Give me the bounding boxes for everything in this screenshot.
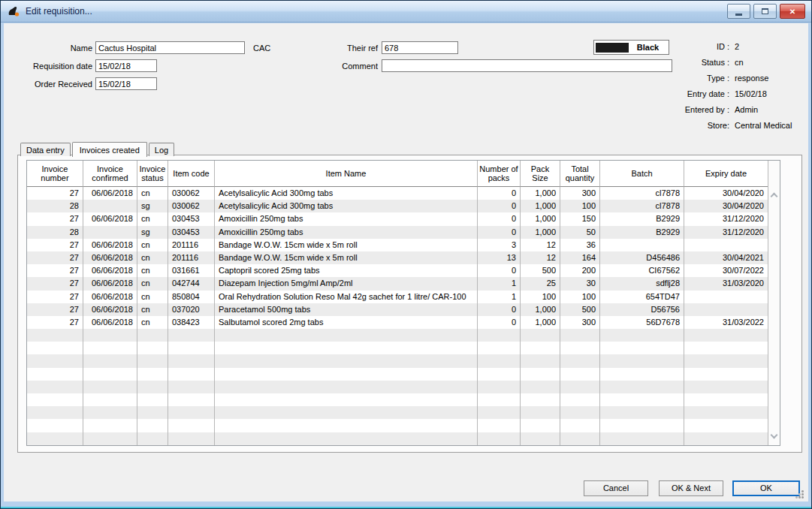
cell-item_code — [168, 406, 215, 419]
table-row[interactable]: 2706/06/2018cn850804Oral Rehydration Sol… — [27, 291, 780, 303]
cell-number_of_packs — [478, 381, 521, 393]
cell-invoice_number — [27, 381, 83, 393]
cell-total_quantity — [560, 329, 600, 342]
cell-total_quantity — [560, 381, 600, 393]
info-id-label: ID : — [641, 42, 729, 51]
table-row-empty — [27, 381, 780, 393]
cell-total_quantity — [560, 342, 600, 354]
table-row-empty — [27, 432, 780, 445]
cell-item_code: 850804 — [168, 291, 215, 303]
cell-item_code — [168, 393, 215, 406]
cell-invoice_status: cn — [137, 187, 168, 200]
cell-batch — [600, 354, 684, 367]
name-input[interactable] — [95, 41, 245, 54]
table-row[interactable]: 2706/06/2018cn030453Amoxicillin 250mg ta… — [27, 212, 780, 225]
table-row[interactable]: 2706/06/2018cn201116Bandage W.O.W. 15cm … — [27, 239, 780, 251]
cell-invoice_number — [27, 342, 83, 354]
cell-item_code — [168, 419, 215, 432]
cell-invoice_confirmed: 06/06/2018 — [83, 277, 137, 290]
column-header-invoice_number[interactable]: Invoice number — [27, 161, 83, 187]
column-header-invoice_confirmed[interactable]: Invoice confirmed — [83, 161, 137, 187]
cell-pack_size — [521, 432, 560, 445]
column-header-number_of_packs[interactable]: Number of packs — [478, 161, 521, 187]
table-row-empty — [27, 419, 780, 432]
info-entered-by: Entered by :Admin — [641, 105, 810, 114]
table-row[interactable]: 2706/06/2018cn031661Captopril scored 25m… — [27, 264, 780, 277]
info-entry-date-value: 15/02/18 — [735, 89, 767, 98]
cell-total_quantity: 200 — [560, 264, 600, 277]
table-row[interactable]: 2706/06/2018cn037020Paracetamol 500mg ta… — [27, 303, 780, 316]
table-row[interactable]: 2706/06/2018cn201116Bandage W.O.W. 15cm … — [27, 251, 780, 264]
cell-expiry_date — [684, 419, 768, 432]
cell-invoice_status: cn — [137, 303, 168, 316]
tab-invoices-created[interactable]: Invoices created — [72, 142, 147, 157]
cell-total_quantity: 36 — [560, 239, 600, 251]
column-header-expiry_date[interactable]: Expiry date — [684, 161, 768, 187]
cell-item_name: Bandage W.O.W. 15cm wide x 5m roll — [215, 251, 478, 264]
cell-item_name — [215, 342, 478, 354]
column-header-item_name[interactable]: Item Name — [215, 161, 478, 187]
their-ref-input[interactable] — [382, 41, 458, 54]
cell-invoice_number: 28 — [27, 200, 83, 212]
table-row[interactable]: 28sg030062Acetylsalicylic Acid 300mg tab… — [27, 200, 780, 212]
close-button[interactable]: ✕ — [780, 4, 805, 19]
cell-pack_size: 25 — [521, 277, 560, 290]
table-row-empty — [27, 368, 780, 381]
table-row[interactable]: 2706/06/2018cn042744Diazepam Injection 5… — [27, 277, 780, 290]
cell-total_quantity: 30 — [560, 277, 600, 290]
cell-item_name: Paracetamol 500mg tabs — [215, 303, 478, 316]
tab-data-entry[interactable]: Data entry — [20, 143, 71, 156]
cell-invoice_number — [27, 419, 83, 432]
scroll-up-icon[interactable] — [771, 193, 778, 200]
table-row[interactable]: 2706/06/2018cn030062Acetylsalicylic Acid… — [27, 187, 780, 200]
cell-pack_size: 500 — [521, 264, 560, 277]
cell-number_of_packs: 0 — [478, 303, 521, 316]
cell-number_of_packs: 0 — [478, 187, 521, 200]
cell-invoice_confirmed — [83, 354, 137, 367]
cell-pack_size: 12 — [521, 239, 560, 251]
cell-expiry_date — [684, 329, 768, 342]
name-code-label: CAC — [253, 44, 270, 53]
requisition-date-input[interactable] — [95, 59, 157, 72]
window-title: Edit requisition... — [26, 6, 92, 17]
ok-next-button[interactable]: OK & Next — [659, 480, 723, 496]
cell-expiry_date — [684, 381, 768, 393]
restore-button[interactable] — [753, 4, 777, 19]
cell-item_code: 030453 — [168, 212, 215, 225]
column-header-batch[interactable]: Batch — [600, 161, 684, 187]
cell-expiry_date: 30/04/2020 — [684, 187, 768, 200]
cell-expiry_date — [684, 368, 768, 381]
table-row[interactable]: 2706/06/2018cn038423Salbutamol scored 2m… — [27, 316, 780, 329]
cell-invoice_confirmed: 06/06/2018 — [83, 251, 137, 264]
column-header-pack_size[interactable]: Pack Size — [521, 161, 560, 187]
resize-grip[interactable] — [795, 489, 804, 499]
tab-log[interactable]: Log — [149, 143, 174, 156]
order-received-input[interactable] — [95, 77, 157, 90]
cell-number_of_packs: 3 — [478, 239, 521, 251]
column-header-total_quantity[interactable]: Total quantity — [560, 161, 600, 187]
cell-invoice_number — [27, 432, 83, 445]
cell-item_name: Acetylsalicylic Acid 300mg tabs — [215, 187, 478, 200]
cell-item_name — [215, 419, 478, 432]
vertical-scrollbar[interactable] — [768, 161, 780, 445]
comment-input[interactable] — [382, 59, 672, 72]
cell-invoice_confirmed: 06/06/2018 — [83, 212, 137, 225]
title-bar[interactable]: Edit requisition... ✕ — [1, 1, 811, 23]
cell-expiry_date — [684, 432, 768, 445]
ok-button[interactable]: OK — [732, 480, 800, 496]
minimize-button[interactable] — [727, 4, 750, 19]
cell-batch: CI67562 — [600, 264, 684, 277]
cell-invoice_confirmed: 06/06/2018 — [83, 316, 137, 329]
cell-invoice_status — [137, 342, 168, 354]
cell-number_of_packs: 1 — [478, 291, 521, 303]
info-store-value: Central Medical — [735, 121, 792, 130]
cell-invoice_number — [27, 329, 83, 342]
column-header-invoice_status[interactable]: Invoice status — [137, 161, 168, 187]
column-header-item_code[interactable]: Item code — [168, 161, 215, 187]
scroll-down-icon[interactable] — [771, 432, 778, 439]
info-status-value: cn — [735, 58, 744, 67]
invoice-table-body: 2706/06/2018cn030062Acetylsalicylic Acid… — [27, 187, 780, 445]
table-row-empty — [27, 329, 780, 342]
table-row[interactable]: 28sg030453Amoxicillin 250mg tabs01,00050… — [27, 226, 780, 239]
cancel-button[interactable]: Cancel — [584, 480, 648, 496]
